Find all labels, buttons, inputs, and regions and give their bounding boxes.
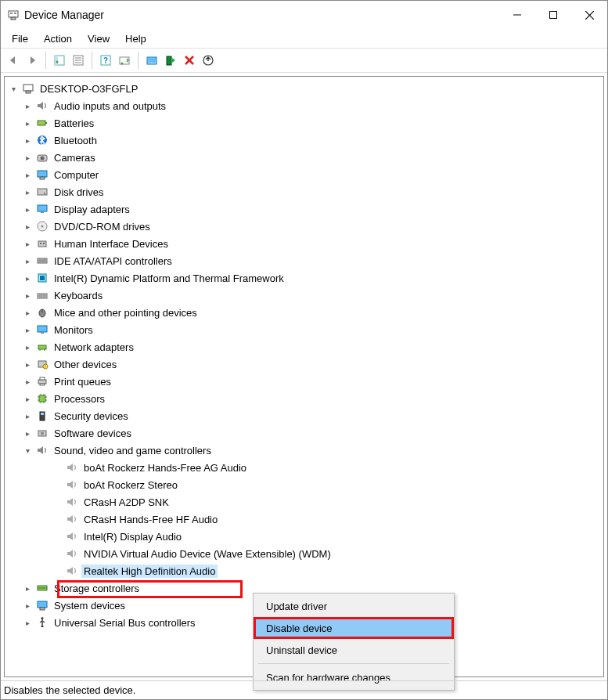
tree-category-disk-drives[interactable]: ▸Disk drives [5, 183, 603, 200]
chevron-down-icon[interactable]: ▾ [22, 445, 33, 456]
forward-button[interactable] [23, 51, 41, 70]
cm-update-driver[interactable]: Update driver [255, 595, 452, 617]
chevron-right-icon[interactable]: ▸ [22, 600, 33, 611]
tree-device-nvidia-virtual-audio-device-wave-extensi[interactable]: NVIDIA Virtual Audio Device (Wave Extens… [5, 545, 603, 562]
chevron-right-icon[interactable]: ▸ [22, 204, 33, 215]
tree-device-crash-a2dp-snk[interactable]: CRasH A2DP SNK [5, 493, 603, 511]
maximize-button[interactable] [535, 1, 571, 29]
device-tree[interactable]: ▾ DESKTOP-O3FGFLP ▸Audio inputs and outp… [4, 76, 604, 677]
tree-category-intel-r-dynamic-platform-and-thermal-fra[interactable]: ▸Intel(R) Dynamic Platform and Thermal F… [5, 269, 603, 287]
chevron-right-icon[interactable]: ▸ [22, 410, 33, 421]
tree-device-boat-rockerz-hands-free-ag-audio[interactable]: boAt Rockerz Hands-Free AG Audio [5, 459, 603, 476]
chevron-right-icon[interactable]: ▸ [22, 583, 33, 594]
minimize-button[interactable] [499, 1, 535, 29]
svg-rect-47 [40, 276, 45, 280]
svg-rect-1 [10, 13, 13, 14]
chevron-right-icon[interactable]: ▸ [22, 393, 33, 404]
tree-root[interactable]: ▾ DESKTOP-O3FGFLP [5, 80, 603, 97]
scan-hardware-button[interactable] [115, 51, 134, 70]
show-hide-console-button[interactable] [50, 51, 69, 70]
tree-category-other-devices[interactable]: ▸!Other devices [5, 355, 603, 373]
svg-rect-34 [38, 189, 47, 195]
update-driver-button[interactable] [142, 51, 161, 70]
app-icon [7, 9, 20, 21]
tree-category-keyboards[interactable]: ▸Keyboards [5, 287, 603, 304]
tree-category-security-devices[interactable]: ▸Security devices [5, 407, 603, 424]
chevron-right-icon[interactable]: ▸ [22, 307, 33, 318]
chevron-down-icon[interactable]: ▾ [8, 83, 19, 94]
tree-category-print-queues[interactable]: ▸Print queues [5, 373, 603, 390]
uninstall-device-button[interactable] [199, 51, 218, 70]
tree-category-audio-inputs-and-outputs[interactable]: ▸Audio inputs and outputs [5, 97, 603, 114]
tree-category-software-devices[interactable]: ▸Software devices [5, 424, 603, 442]
print-queues-icon [35, 374, 49, 388]
chevron-right-icon[interactable]: ▸ [22, 324, 33, 335]
tree-category-network-adapters[interactable]: ▸Network adapters [5, 338, 603, 355]
properties-button[interactable] [69, 51, 88, 70]
tree-category-human-interface-devices[interactable]: ▸Human Interface Devices [5, 235, 603, 252]
tree-device-boat-rockerz-stereo[interactable]: boAt Rockerz Stereo [5, 476, 603, 493]
tree-category-sound-video-and-game-controllers[interactable]: ▾Sound, video and game controllers [5, 442, 603, 459]
tree-category-bluetooth[interactable]: ▸Bluetooth [5, 132, 603, 149]
chevron-right-icon[interactable]: ▸ [22, 290, 33, 301]
batteries-icon [35, 116, 49, 130]
tree-category-ide-ata-atapi-controllers[interactable]: ▸IDE ATA/ATAPI controllers [5, 252, 603, 269]
tree-category-label: Software devices [52, 427, 134, 440]
spacer [52, 531, 63, 542]
chevron-right-icon[interactable]: ▸ [22, 272, 33, 283]
menu-help[interactable]: Help [117, 31, 154, 46]
help-button[interactable]: ? [96, 51, 115, 70]
window-title: Device Manager [24, 9, 499, 21]
enable-device-button[interactable] [161, 51, 180, 70]
menu-view[interactable]: View [80, 31, 117, 46]
cm-uninstall-device[interactable]: Uninstall device [255, 639, 452, 661]
disable-device-button[interactable] [180, 51, 199, 70]
chevron-right-icon[interactable]: ▸ [22, 359, 33, 370]
chevron-right-icon[interactable]: ▸ [22, 152, 33, 163]
chevron-right-icon[interactable]: ▸ [22, 376, 33, 387]
tree-category-label: Universal Serial Bus controllers [52, 616, 198, 630]
chevron-right-icon[interactable]: ▸ [22, 117, 33, 128]
tree-category-label: Bluetooth [52, 134, 99, 147]
svg-rect-54 [41, 332, 44, 334]
cm-disable-device[interactable]: Disable device [255, 617, 452, 639]
chevron-right-icon[interactable]: ▸ [22, 169, 33, 180]
chevron-right-icon[interactable]: ▸ [22, 135, 33, 146]
chevron-right-icon[interactable]: ▸ [22, 221, 33, 232]
chevron-right-icon[interactable]: ▸ [22, 617, 33, 628]
chevron-right-icon[interactable]: ▸ [22, 255, 33, 266]
svg-rect-48 [38, 294, 47, 298]
tree-category-processors[interactable]: ▸Processors [5, 390, 603, 407]
svg-rect-28 [45, 122, 47, 124]
tree-category-dvd-cd-rom-drives[interactable]: ▸DVD/CD-ROM drives [5, 218, 603, 235]
tree-category-cameras[interactable]: ▸Cameras [5, 149, 603, 166]
tree-device-realtek-high-definition-audio[interactable]: Realtek High Definition Audio [5, 562, 603, 579]
svg-rect-5 [550, 12, 557, 19]
tree-category-label: Disk drives [52, 186, 106, 199]
back-button[interactable] [4, 51, 23, 70]
tree-device-intel-r-display-audio[interactable]: Intel(R) Display Audio [5, 528, 603, 545]
chevron-right-icon[interactable]: ▸ [22, 100, 33, 111]
other-devices-icon: ! [35, 357, 49, 371]
tree-category-mice-and-other-pointing-devices[interactable]: ▸Mice and other pointing devices [5, 304, 603, 321]
tree-category-label: Other devices [52, 358, 119, 371]
chevron-right-icon[interactable]: ▸ [22, 341, 33, 352]
tree-category-computer[interactable]: ▸Computer [5, 166, 603, 183]
tree-category-monitors[interactable]: ▸Monitors [5, 321, 603, 338]
ide-ata-atapi-controllers-icon [35, 254, 49, 268]
close-button[interactable] [571, 1, 607, 29]
tree-device-crash-hands-free-hf-audio[interactable]: CRasH Hands-Free HF Audio [5, 511, 603, 528]
chevron-right-icon[interactable]: ▸ [22, 186, 33, 197]
menu-action[interactable]: Action [36, 31, 80, 46]
tree-category-batteries[interactable]: ▸Batteries [5, 114, 603, 132]
context-menu: Update driver Disable device Uninstall d… [253, 593, 455, 691]
tree-root-label: DESKTOP-O3FGFLP [38, 82, 140, 96]
tree-category-label: Computer [52, 168, 101, 182]
spacer [52, 514, 63, 525]
keyboards-icon [35, 288, 49, 302]
tree-category-display-adapters[interactable]: ▸Display adapters [5, 200, 603, 218]
menu-file[interactable]: File [4, 31, 36, 46]
chevron-right-icon[interactable]: ▸ [22, 238, 33, 249]
chevron-right-icon[interactable]: ▸ [22, 428, 33, 438]
svg-rect-74 [41, 413, 44, 415]
